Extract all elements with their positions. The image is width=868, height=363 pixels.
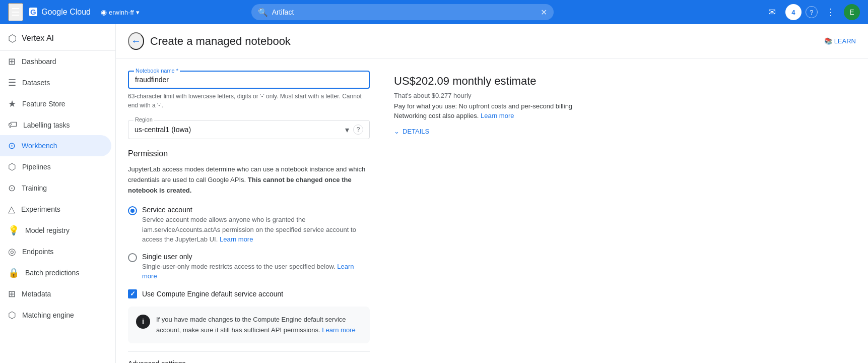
service-account-radio[interactable] [128, 206, 137, 215]
region-help-icon[interactable]: ? [353, 125, 363, 135]
compute-engine-checkbox[interactable]: ✓ [128, 289, 137, 298]
sidebar-item-batch-predictions[interactable]: 🔒 Batch predictions [0, 262, 111, 283]
sidebar-item-label: Matching engine [22, 311, 74, 319]
compute-engine-label: Use Compute Engine default service accou… [142, 290, 283, 298]
service-account-learn-more-link[interactable]: Learn more [220, 235, 253, 243]
region-value: us-central1 (Iowa) [135, 126, 191, 134]
sidebar-item-label: Labelling tasks [23, 121, 70, 129]
sidebar-item-datasets[interactable]: ☰ Datasets [0, 72, 111, 93]
notebook-name-label: Notebook name * [134, 68, 180, 74]
help-icon[interactable]: ? [806, 6, 818, 18]
sidebar-item-label: Feature Store [22, 100, 65, 108]
endpoints-icon: ◎ [8, 246, 16, 257]
experiments-icon: △ [8, 204, 15, 215]
details-label: DETAILS [403, 128, 429, 135]
project-chevron-icon: ▾ [136, 9, 140, 16]
sidebar-item-label: Model registry [25, 226, 70, 234]
product-name: Vertex AI [22, 34, 54, 43]
notebook-name-hint: 63-character limit with lowercase letter… [128, 92, 370, 110]
info-icon: i [136, 315, 150, 329]
sidebar-item-workbench[interactable]: ⊙ Workbench [0, 135, 111, 156]
sidebar-item-label: Workbench [22, 142, 57, 150]
back-button[interactable]: ← [128, 32, 144, 50]
search-bar[interactable]: 🔍 ✕ [251, 4, 554, 20]
topbar-right: ✉ 4 ? ⋮ E [763, 3, 860, 21]
mail-icon[interactable]: ✉ [763, 3, 781, 21]
sidebar-item-label: Pipelines [22, 163, 51, 171]
info-text: If you have made changes to the Compute … [156, 315, 362, 336]
sidebar-item-label: Metadata [22, 290, 51, 298]
sidebar-item-metadata[interactable]: ⊞ Metadata [0, 283, 111, 305]
advanced-settings-row[interactable]: Advanced settings ⌄ [128, 351, 370, 363]
advanced-chevron-icon: ⌄ [362, 358, 370, 363]
sidebar-item-matching-engine[interactable]: ⬡ Matching engine [0, 305, 111, 326]
region-chevron-icon: ▾ [345, 125, 349, 135]
more-options-icon[interactable]: ⋮ [822, 3, 840, 21]
workbench-icon: ⊙ [8, 140, 16, 151]
service-account-option[interactable]: Service account Service account mode all… [128, 206, 370, 245]
layout: ⬡ Vertex AI ⊞ Dashboard ☰ Datasets ★ Fea… [0, 24, 868, 363]
batch-predictions-icon: 🔒 [8, 267, 19, 278]
form-section: Notebook name * 63-character limit with … [128, 71, 370, 363]
single-user-desc: Single-user-only mode restricts access t… [142, 262, 370, 281]
content-area: Notebook name * 63-character limit with … [116, 58, 868, 363]
topbar: ☰ G Google Cloud ◉ erwinh-ff ▾ 🔍 ✕ ✉ 4 ?… [0, 0, 868, 24]
product-header: ⬡ Vertex AI [0, 24, 115, 51]
sidebar-item-experiments[interactable]: △ Experiments [0, 199, 111, 220]
details-toggle[interactable]: ⌄ DETAILS [394, 128, 856, 135]
permission-desc: JupyterLab access modes determine who ca… [128, 164, 370, 196]
sidebar-item-endpoints[interactable]: ◎ Endpoints [0, 241, 111, 262]
checkbox-check-icon: ✓ [130, 290, 136, 297]
search-icon: 🔍 [258, 8, 268, 17]
permission-title: Permission [128, 149, 370, 158]
learn-more-link[interactable]: 📚 LEARN [824, 37, 856, 45]
single-user-content: Single user only Single-user-only mode r… [142, 253, 370, 281]
sidebar-item-labelling-tasks[interactable]: 🏷 Labelling tasks [0, 114, 111, 135]
price-no-upfront: Pay for what you use: No upfront costs a… [394, 102, 856, 110]
notebook-name-field: Notebook name * 63-character limit with … [128, 71, 370, 110]
single-user-radio[interactable] [128, 253, 137, 262]
sidebar-item-pipelines[interactable]: ⬡ Pipelines [0, 156, 111, 177]
dashboard-icon: ⊞ [8, 56, 16, 67]
learn-label: LEARN [834, 37, 856, 45]
search-input[interactable] [272, 8, 541, 16]
sidebar-item-feature-store[interactable]: ★ Feature Store [0, 93, 111, 114]
single-user-label: Single user only [142, 253, 370, 261]
pricing-section: US$202.09 monthly estimate That's about … [394, 71, 856, 363]
notebook-name-input[interactable] [135, 76, 363, 84]
region-select[interactable]: us-central1 (Iowa) ▾ ? [135, 125, 363, 135]
price-hourly: That's about $0.277 hourly [394, 92, 856, 99]
sidebar-item-model-registry[interactable]: 💡 Model registry [0, 220, 111, 241]
info-box: i If you have made changes to the Comput… [128, 307, 370, 344]
pipelines-icon: ⬡ [8, 161, 16, 172]
vertex-ai-icon: ⬡ [8, 32, 17, 44]
metadata-icon: ⊞ [8, 288, 16, 299]
model-registry-icon: 💡 [8, 225, 19, 236]
matching-engine-icon: ⬡ [8, 310, 16, 321]
region-label: Region [133, 116, 154, 123]
main-content: ← Create a managed notebook 📚 LEARN Note… [116, 24, 868, 363]
sidebar-item-label: Datasets [22, 79, 50, 87]
google-cloud-logo: G Google Cloud [29, 8, 91, 17]
info-learn-more-link[interactable]: Learn more [322, 326, 355, 334]
notification-badge[interactable]: 4 [785, 4, 802, 20]
hamburger-icon[interactable]: ☰ [8, 3, 23, 21]
region-field: Region us-central1 (Iowa) ▾ ? [128, 120, 370, 139]
search-clear-icon[interactable]: ✕ [541, 8, 547, 17]
avatar[interactable]: E [844, 4, 860, 20]
price-estimate: US$202.09 monthly estimate [394, 75, 856, 88]
page-header: ← Create a managed notebook 📚 LEARN [116, 24, 868, 58]
service-account-desc: Service account mode allows anyone who i… [142, 215, 370, 245]
permission-section: Permission JupyterLab access modes deter… [128, 149, 370, 343]
compute-engine-checkbox-row[interactable]: ✓ Use Compute Engine default service acc… [128, 289, 370, 298]
project-selector[interactable]: ◉ erwinh-ff ▾ [97, 6, 144, 18]
sidebar-item-dashboard[interactable]: ⊞ Dashboard [0, 51, 111, 72]
single-user-option[interactable]: Single user only Single-user-only mode r… [128, 253, 370, 281]
sidebar-item-label: Training [22, 184, 47, 192]
logo-text: G Google Cloud [29, 8, 91, 17]
sidebar-item-training[interactable]: ⊙ Training [0, 177, 111, 199]
project-name: erwinh-ff [109, 9, 134, 16]
labelling-tasks-icon: 🏷 [8, 119, 17, 130]
datasets-icon: ☰ [8, 77, 16, 88]
pricing-learn-more-link[interactable]: Learn more [481, 112, 514, 119]
